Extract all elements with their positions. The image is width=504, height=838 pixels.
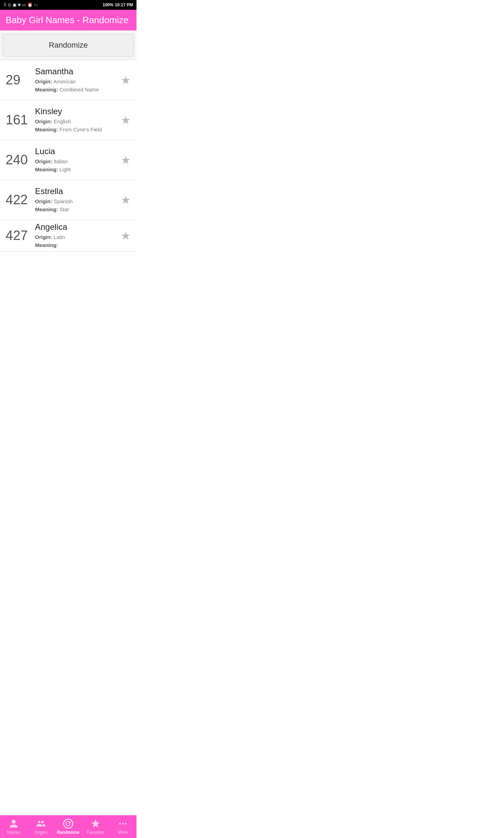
name-info: Angelica Origin: Latin Meaning: [34,222,131,249]
name-info: Samantha Origin: American Meaning: Combi… [34,67,131,94]
name-rank: 422 [6,192,34,207]
status-left: ⠿ ⊙ ▣ ❋ ▭ ⏰ ↑↓ [4,2,38,7]
randomize-section: Randomize [0,30,136,60]
name-rank: 161 [6,112,34,128]
name-origin: Origin: Italian [35,158,131,166]
name-item[interactable]: 422 Estrella Origin: Spanish Meaning: St… [0,180,136,220]
name-item[interactable]: 240 Lucia Origin: Italian Meaning: Light… [0,140,136,180]
name-origin: Origin: Spanish [35,198,131,206]
name-meaning: Meaning: Combined Name [35,86,131,94]
battery-text: 100% [103,2,113,7]
name-origin: Origin: English [35,118,131,126]
name-item[interactable]: 161 Kinsley Origin: English Meaning: Fro… [0,100,136,140]
status-bar: ⠿ ⊙ ▣ ❋ ▭ ⏰ ↑↓ 100% 10:17 PM [0,0,136,10]
status-right: 100% 10:17 PM [103,2,133,7]
name-meaning: Meaning: [35,241,131,249]
favorite-star-button[interactable]: ★ [121,230,131,241]
name-info: Lucia Origin: Italian Meaning: Light [34,146,131,173]
name-rank: 427 [6,228,34,243]
randomize-button[interactable]: Randomize [3,34,134,56]
name-origin: Origin: Latin [35,233,131,241]
name-meaning: Meaning: Light [35,166,131,174]
favorite-star-button[interactable]: ★ [121,194,131,206]
time-text: 10:17 PM [115,2,133,7]
name-meaning: Meaning: From Cyne's Field [35,126,131,134]
favorite-star-button[interactable]: ★ [121,154,131,166]
notification-icons: ⠿ ⊙ ▣ ❋ ▭ ⏰ ↑↓ [4,2,38,7]
name-meaning: Meaning: Star [35,206,131,214]
name-item[interactable]: 29 Samantha Origin: American Meaning: Co… [0,60,136,100]
favorite-star-button[interactable]: ★ [121,75,131,86]
name-list: 29 Samantha Origin: American Meaning: Co… [0,60,136,252]
name-title: Estrella [35,186,131,196]
name-item[interactable]: 427 Angelica Origin: Latin Meaning: ★ [0,220,136,252]
name-title: Lucia [35,146,131,156]
favorite-star-button[interactable]: ★ [121,115,131,126]
name-title: Kinsley [35,107,131,116]
name-origin: Origin: American [35,78,131,86]
name-title: Angelica [35,222,131,232]
app-title: Baby Girl Names - Randomize [6,15,131,26]
name-info: Estrella Origin: Spanish Meaning: Star [34,186,131,213]
name-info: Kinsley Origin: English Meaning: From Cy… [34,107,131,133]
app-header: Baby Girl Names - Randomize [0,10,136,30]
name-title: Samantha [35,67,131,76]
name-rank: 240 [6,152,34,167]
name-rank: 29 [6,73,34,88]
